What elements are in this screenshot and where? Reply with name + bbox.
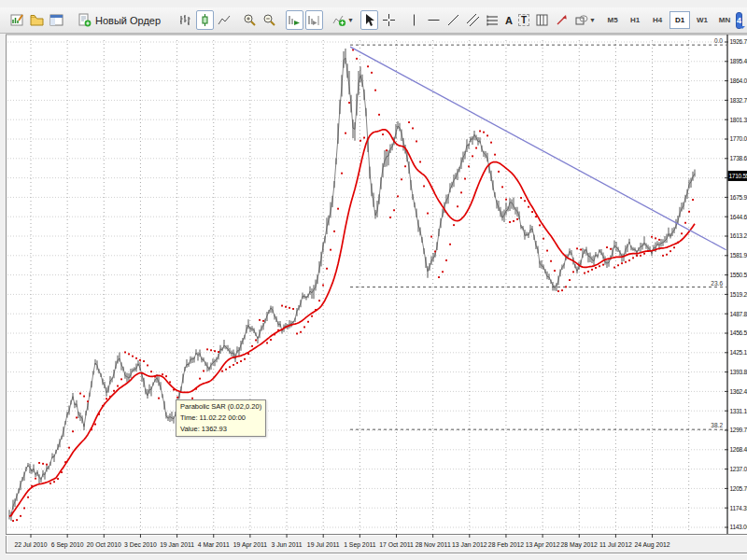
label-tool-button[interactable]: T (516, 10, 531, 30)
indicators-button[interactable] (331, 10, 348, 30)
new-chart-button[interactable] (8, 10, 26, 30)
timeframe-mn-button[interactable]: MN (714, 11, 735, 29)
parabolic-sar-dot (636, 255, 638, 257)
price-tick-label: 1393.80 (730, 369, 747, 375)
price-tick-label: 1550.55 (730, 272, 747, 278)
parabolic-sar-dot (240, 360, 242, 362)
new-order-button[interactable]: Новый Ордер (73, 10, 169, 30)
price-tick-label: 1456.50 (730, 329, 747, 336)
price-tick-label: 1331.10 (730, 408, 747, 414)
parabolic-sar-dot (438, 276, 440, 278)
parabolic-sar-dot (584, 273, 585, 274)
date-tick-label: 13 Apr 2012 (526, 541, 560, 549)
trendline-icon (446, 13, 460, 27)
main-toolbar: Новый Ордер ▼ (0, 7, 747, 34)
parabolic-sar-dot (165, 375, 167, 377)
community-notifications-icon[interactable]: 4 (736, 12, 742, 29)
timeframe-d1-button[interactable]: D1 (669, 11, 690, 29)
text-tool-button[interactable]: A (503, 10, 514, 30)
parabolic-sar-dot (318, 300, 320, 301)
parabolic-sar-dot (688, 211, 690, 213)
crosshair-button[interactable] (380, 10, 398, 30)
parabolic-sar-dot (124, 352, 126, 354)
zoom-in-button[interactable] (241, 10, 259, 30)
candlestick-chart-button[interactable] (196, 10, 214, 30)
zoom-out-button[interactable] (261, 10, 278, 30)
vertical-line-button[interactable] (405, 10, 423, 30)
parabolic-sar-dot (606, 246, 608, 248)
bar-chart-button[interactable] (176, 10, 194, 30)
indicators-add-icon (332, 13, 346, 27)
price-tick-label: 1205.70 (730, 485, 747, 492)
price-tick-label: 1581.90 (730, 252, 747, 259)
arrows-tool-button[interactable] (553, 10, 571, 30)
timeframe-h4-button[interactable]: H4 (647, 11, 668, 29)
price-tick-label: 1299.75 (730, 427, 747, 433)
parabolic-sar-dot (404, 165, 406, 167)
parabolic-sar-dot (625, 261, 627, 263)
parabolic-sar-dot (292, 308, 294, 310)
parabolic-sar-dot (423, 186, 425, 188)
parabolic-sar-dot (486, 134, 488, 136)
date-tick-label: 3 Dec 2010 (124, 541, 157, 548)
parabolic-sar-dot (617, 264, 619, 266)
timeframe-m5-button[interactable]: M5 (602, 11, 623, 29)
cursor-arrow-icon (362, 13, 376, 27)
parabolic-sar-dot (225, 369, 227, 371)
parabolic-sar-dot (401, 178, 402, 180)
crosshair-icon (382, 13, 396, 27)
timeframe-w1-button[interactable]: W1 (692, 11, 712, 29)
shapes-dropdown-caret[interactable]: ▼ (589, 10, 596, 30)
parabolic-sar-dot (251, 345, 253, 347)
trendline-button[interactable] (444, 10, 462, 30)
parabolic-sar-dot (490, 142, 492, 144)
indicator-tooltip: Parabolic SAR (0.02,0.20) Time: 11.02.22… (176, 399, 266, 437)
auto-scroll-button[interactable] (286, 10, 303, 30)
parabolic-sar-dot (666, 254, 668, 256)
profiles-button[interactable] (28, 10, 46, 30)
parabolic-sar-dot (434, 251, 436, 253)
parabolic-sar-dot (199, 378, 201, 380)
date-tick-label: 6 Sep 2010 (51, 541, 84, 549)
parabolic-sar-dot (658, 239, 660, 241)
parabolic-sar-dot (587, 271, 589, 273)
plot-background (7, 35, 747, 535)
date-tick-label: 28 Feb 2012 (488, 541, 524, 548)
cursor-button[interactable] (360, 10, 378, 30)
channel-button[interactable] (464, 10, 482, 30)
parabolic-sar-dot (599, 265, 600, 267)
parabolic-sar-dot (389, 217, 391, 218)
label-tool-icon: T (518, 14, 529, 26)
shapes-tool-icon (574, 13, 588, 27)
parabolic-sar-dot (632, 257, 634, 259)
objects-list-button[interactable] (533, 10, 551, 30)
parabolic-sar-dot (23, 508, 25, 510)
parabolic-sar-dot (255, 340, 257, 342)
fibonacci-level-label: 23.6 (711, 280, 723, 287)
price-tick-label: 1268.40 (730, 446, 747, 453)
line-chart-button[interactable] (216, 10, 233, 30)
parabolic-sar-dot (479, 131, 481, 133)
auto-scroll-icon (288, 13, 302, 27)
parabolic-sar-dot (311, 315, 313, 317)
market-watch-button[interactable] (48, 10, 65, 30)
indicators-dropdown-caret[interactable]: ▼ (347, 10, 354, 30)
price-tick-label: 1143.00 (730, 524, 747, 530)
parabolic-sar-dot (49, 483, 51, 484)
timeframe-h1-button[interactable]: H1 (625, 11, 645, 29)
parabolic-sar-dot (569, 279, 571, 281)
parabolic-sar-dot (300, 331, 302, 333)
shapes-tool-button[interactable] (572, 10, 590, 30)
parabolic-sar-dot (501, 186, 503, 188)
vertical-line-icon (407, 13, 421, 27)
price-chart[interactable]: 0.023.638.21926.751895.401864.051832.701… (0, 34, 747, 560)
parabolic-sar-dot (543, 238, 544, 240)
date-tick-label: 13 Jan 2012 (452, 541, 487, 548)
chart-shift-button[interactable] (305, 10, 323, 30)
parabolic-sar-dot (147, 365, 148, 367)
horizontal-line-button[interactable] (425, 10, 443, 30)
price-tick-label: 1362.45 (730, 388, 747, 395)
parabolic-sar-dot (139, 359, 141, 361)
price-tick-label: 1895.40 (730, 58, 747, 64)
fibonacci-button[interactable] (484, 10, 501, 30)
